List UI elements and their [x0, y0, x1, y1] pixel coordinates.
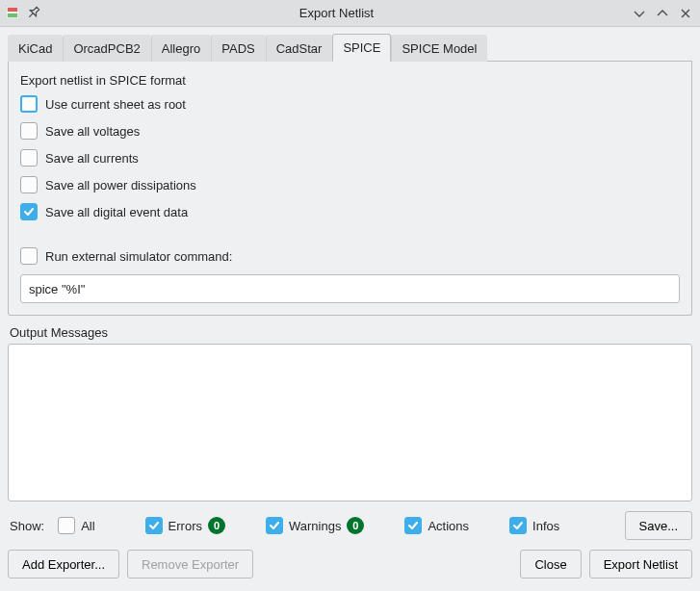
- window-title: Export Netlist: [48, 6, 625, 20]
- filter-actions: Actions: [404, 517, 469, 534]
- save-all-currents-label: Save all currents: [45, 151, 139, 166]
- save-all-power-label: Save all power dissipations: [45, 178, 196, 193]
- save-all-power-checkbox[interactable]: [20, 176, 38, 193]
- app-icon: [6, 6, 21, 21]
- tab-spice-model[interactable]: SPICE Model: [391, 35, 487, 62]
- filter-actions-label: Actions: [428, 519, 469, 533]
- svg-rect-2: [8, 13, 18, 16]
- filter-warnings-checkbox[interactable]: [266, 517, 283, 534]
- spice-section-label: Export netlist in SPICE format: [20, 73, 682, 88]
- tab-orcadpcb2[interactable]: OrcadPCB2: [63, 35, 150, 62]
- close-button-footer[interactable]: Close: [520, 550, 581, 578]
- save-all-currents-checkbox[interactable]: [20, 149, 38, 167]
- remove-exporter-button[interactable]: Remove Exporter: [127, 550, 253, 578]
- output-messages-box[interactable]: [8, 344, 692, 501]
- warnings-count-badge: 0: [347, 517, 364, 534]
- titlebar: Export Netlist: [0, 0, 700, 27]
- save-all-voltages-checkbox[interactable]: [20, 122, 38, 140]
- svg-rect-1: [8, 7, 18, 11]
- output-messages-section: Output Messages: [8, 325, 692, 501]
- tab-cadstar[interactable]: CadStar: [266, 35, 333, 62]
- run-external-checkbox[interactable]: [20, 247, 38, 265]
- filter-infos-label: Infos: [532, 519, 559, 533]
- filter-all: All: [58, 517, 94, 534]
- filter-warnings-label: Warnings: [289, 519, 341, 533]
- errors-count-badge: 0: [208, 517, 225, 534]
- save-all-voltages-label: Save all voltages: [45, 124, 140, 139]
- tab-spice[interactable]: SPICE: [332, 34, 391, 62]
- filter-infos: Infos: [509, 517, 559, 534]
- filter-errors-label: Errors: [169, 519, 202, 533]
- filter-errors: Errors 0: [145, 517, 225, 534]
- show-label: Show:: [10, 519, 44, 533]
- save-messages-button[interactable]: Save...: [625, 511, 692, 540]
- filter-actions-checkbox[interactable]: [404, 517, 422, 534]
- tab-kicad[interactable]: KiCad: [8, 35, 63, 62]
- tab-pads[interactable]: PADS: [211, 35, 265, 62]
- filter-errors-checkbox[interactable]: [145, 517, 163, 534]
- minimize-button[interactable]: [631, 5, 648, 22]
- tab-allegro[interactable]: Allegro: [151, 35, 211, 62]
- filter-warnings: Warnings 0: [266, 517, 364, 534]
- footer: Add Exporter... Remove Exporter Close Ex…: [8, 550, 692, 578]
- run-external-label: Run external simulator command:: [45, 249, 232, 264]
- use-current-sheet-checkbox[interactable]: [20, 95, 38, 113]
- tabbar: KiCad OrcadPCB2 Allegro PADS CadStar SPI…: [8, 33, 692, 62]
- use-current-sheet-label: Use current sheet as root: [45, 97, 186, 112]
- external-command-input[interactable]: [20, 274, 680, 303]
- save-all-digital-label: Save all digital event data: [45, 205, 188, 219]
- save-all-digital-checkbox[interactable]: [20, 203, 38, 220]
- close-button[interactable]: [677, 5, 694, 22]
- filter-infos-checkbox[interactable]: [509, 517, 527, 534]
- show-row: Show: All Errors 0 Warnings 0 A: [8, 511, 692, 540]
- filter-all-label: All: [81, 519, 94, 533]
- spice-panel: Export netlist in SPICE format Use curre…: [8, 62, 692, 316]
- output-messages-label: Output Messages: [10, 325, 692, 340]
- filter-all-checkbox[interactable]: [58, 517, 75, 534]
- export-netlist-button[interactable]: Export Netlist: [589, 550, 692, 578]
- add-exporter-button[interactable]: Add Exporter...: [8, 550, 119, 578]
- maximize-button[interactable]: [654, 5, 671, 22]
- pin-icon[interactable]: [27, 6, 42, 21]
